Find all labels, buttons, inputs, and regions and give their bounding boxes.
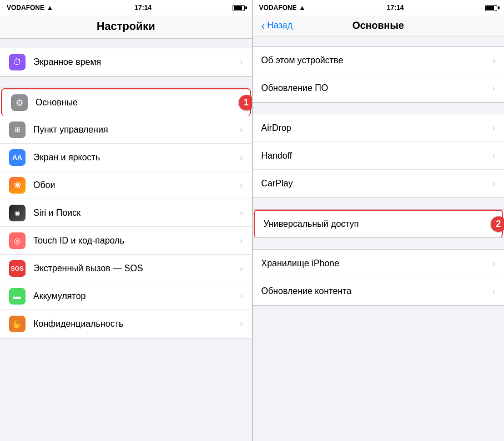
badge-1: 1 [239, 95, 252, 110]
display-icon: AA [9, 149, 26, 166]
wifi-icon-left: ▲ [47, 4, 53, 12]
status-right-icons [485, 5, 497, 11]
section-accessibility: Универсальный доступ › 2 [253, 209, 505, 238]
siri-label: Siri и Поиск [33, 208, 236, 218]
battery-icon-left [233, 5, 245, 11]
back-button[interactable]: ‹ Назад [261, 20, 293, 31]
privacy-icon: ✋ [9, 316, 26, 332]
chevron-wallpaper: › [240, 180, 243, 190]
row-general-wrapper: ⚙ Основные › 1 [0, 88, 252, 116]
carplay-label: CarPlay [261, 179, 492, 189]
carrier-right: VODAFONE [259, 4, 297, 12]
group-about: Об этом устройстве › Обновление ПО › [253, 46, 505, 103]
row-airdrop[interactable]: AirDrop › [253, 114, 505, 142]
section-about: Об этом устройстве › Обновление ПО › [253, 46, 505, 103]
row-iphone-storage[interactable]: Хранилище iPhone › [253, 250, 505, 277]
touchid-icon: ◎ [9, 232, 26, 249]
row-screen-time[interactable]: ⏱ Экранное время › [0, 48, 252, 76]
row-about[interactable]: Об этом устройстве › [253, 47, 505, 74]
bg-refresh-label: Обновление контента [261, 286, 492, 296]
group-accessibility: Универсальный доступ › 2 [253, 209, 505, 238]
chevron-software-update: › [492, 83, 495, 93]
chevron-sos: › [240, 263, 243, 273]
group-main: ⚙ Основные › 1 ⊞ Пункт управления › AA Э… [0, 88, 252, 338]
row-handoff[interactable]: Handoff › [253, 142, 505, 170]
nav-bar-right: ‹ Назад Основные [253, 16, 505, 37]
group-storage: Хранилище iPhone › Обновление контента › [253, 249, 505, 306]
section-screentime: ⏱ Экранное время › [0, 48, 252, 77]
status-left: VODAFONE ▲ [7, 4, 53, 12]
time-right: 17:14 [387, 4, 404, 12]
row-general[interactable]: ⚙ Основные › 1 [1, 88, 251, 116]
status-bar-left: VODAFONE ▲ 17:14 [0, 0, 252, 16]
chevron-display: › [240, 153, 243, 163]
section-airdrop: AirDrop › Handoff › CarPlay › [253, 114, 505, 198]
chevron-screen-time: › [240, 57, 243, 67]
row-display[interactable]: AA Экран и яркость › [0, 144, 252, 171]
row-touchid[interactable]: ◎ Touch ID и код-пароль › [0, 227, 252, 255]
battery-row-icon: ▬ [9, 288, 26, 305]
wallpaper-icon: ❀ [9, 177, 26, 194]
row-carplay[interactable]: CarPlay › [253, 170, 505, 197]
row-bg-refresh[interactable]: Обновление контента › [253, 277, 505, 305]
iphone-storage-label: Хранилище iPhone [261, 258, 492, 268]
time-left: 17:14 [134, 4, 152, 12]
wallpaper-label: Обои [33, 180, 236, 190]
chevron-touchid: › [240, 236, 243, 246]
chevron-about: › [492, 55, 495, 65]
siri-icon: ◉ [9, 205, 26, 221]
chevron-siri: › [240, 208, 243, 218]
row-wallpaper[interactable]: ❀ Обои › [0, 171, 252, 199]
badge-2: 2 [491, 216, 504, 232]
nav-bar-left: Настройки [0, 16, 252, 39]
software-update-label: Обновление ПО [261, 83, 492, 93]
section-main: ⚙ Основные › 1 ⊞ Пункт управления › AA Э… [0, 88, 252, 338]
left-content: ⏱ Экранное время › ⚙ Основные › 1 [0, 39, 252, 441]
page-title-left: Настройки [9, 20, 243, 33]
screen-time-icon: ⏱ [9, 54, 26, 70]
control-center-label: Пункт управления [33, 125, 236, 135]
chevron-bg-refresh: › [492, 286, 495, 296]
battery-label: Аккумулятор [33, 291, 236, 301]
right-panel: VODAFONE ▲ 17:14 ‹ Назад Основные Об это… [253, 0, 505, 441]
status-bar-right: VODAFONE ▲ 17:14 [253, 0, 505, 16]
back-label: Назад [267, 21, 293, 31]
chevron-battery: › [240, 291, 243, 301]
airdrop-label: AirDrop [261, 123, 492, 133]
carrier-left: VODAFONE [7, 4, 44, 12]
chevron-control-center: › [240, 125, 243, 135]
chevron-handoff: › [492, 151, 495, 161]
chevron-carplay: › [492, 179, 495, 189]
about-label: Об этом устройстве [261, 55, 492, 65]
status-right-left [233, 5, 245, 11]
left-panel: VODAFONE ▲ 17:14 Настройки ⏱ Экранное вр… [0, 0, 252, 441]
back-chevron-icon: ‹ [261, 20, 265, 31]
screen-time-label: Экранное время [33, 57, 236, 67]
battery-icon-right [485, 5, 497, 11]
privacy-label: Конфиденциальность [33, 319, 236, 329]
section-storage: Хранилище iPhone › Обновление контента › [253, 249, 505, 306]
chevron-privacy: › [240, 319, 243, 329]
general-label: Основные [36, 98, 234, 108]
status-right-carrier: VODAFONE ▲ [259, 4, 306, 12]
row-software-update[interactable]: Обновление ПО › [253, 74, 505, 102]
display-label: Экран и яркость [33, 153, 236, 163]
sos-label: Экстренный вызов — SOS [33, 263, 236, 273]
row-privacy[interactable]: ✋ Конфиденциальность › [0, 310, 252, 338]
wifi-icon-right: ▲ [299, 4, 306, 12]
chevron-iphone-storage: › [492, 258, 495, 268]
row-sos[interactable]: SOS Экстренный вызов — SOS › [0, 255, 252, 282]
chevron-airdrop: › [492, 123, 495, 133]
group-screentime: ⏱ Экранное время › [0, 48, 252, 77]
general-icon: ⚙ [11, 94, 28, 111]
touchid-label: Touch ID и код-пароль [33, 236, 236, 246]
row-control-center[interactable]: ⊞ Пункт управления › [0, 116, 252, 144]
sos-icon: SOS [9, 260, 26, 277]
right-content: Об этом устройстве › Обновление ПО › Air… [253, 37, 505, 441]
row-accessibility-wrapper: Универсальный доступ › 2 [253, 210, 505, 237]
group-airdrop: AirDrop › Handoff › CarPlay › [253, 114, 505, 198]
handoff-label: Handoff [261, 151, 492, 161]
row-battery[interactable]: ▬ Аккумулятор › [0, 282, 252, 310]
row-siri[interactable]: ◉ Siri и Поиск › [0, 199, 252, 227]
row-accessibility[interactable]: Универсальный доступ › 2 [254, 210, 503, 237]
